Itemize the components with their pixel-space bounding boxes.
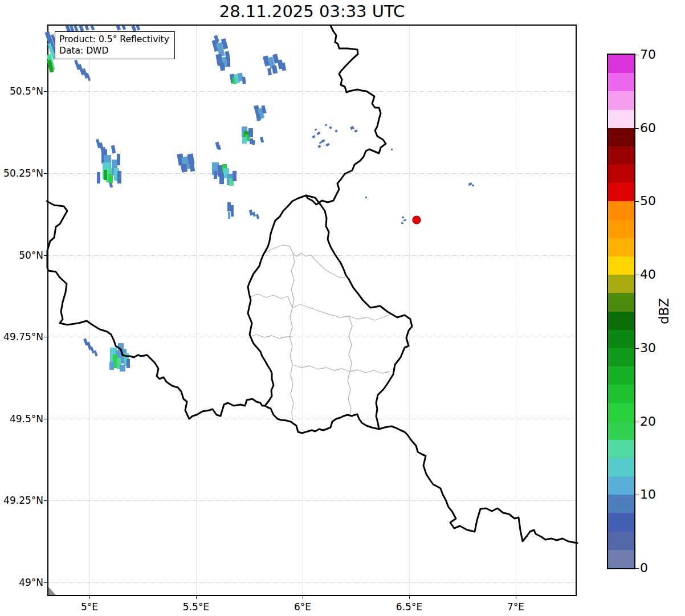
y-tick-label: 50°N: [0, 251, 43, 260]
canton-border-path: [292, 365, 389, 373]
colorbar-tick: [635, 201, 639, 202]
colorbar: [607, 54, 635, 569]
borders-overlay: [48, 26, 576, 595]
colorbar-band: [608, 312, 634, 331]
colorbar-band: [608, 73, 634, 92]
colorbar-tick: [635, 348, 639, 349]
y-tick: [44, 500, 47, 501]
colorbar-band: [608, 532, 634, 550]
colorbar-band: [608, 495, 634, 513]
x-tick-label: 5.5°E: [173, 602, 219, 612]
colorbar-band: [608, 476, 634, 495]
colorbar-band: [608, 440, 634, 459]
colorbar-band: [608, 513, 634, 532]
colorbar-band: [608, 293, 634, 312]
colorbar-band: [608, 201, 634, 220]
colorbar-band: [608, 165, 634, 183]
colorbar-band: [608, 330, 634, 349]
colorbar-band: [608, 110, 634, 129]
country-border-path: [379, 426, 577, 543]
colorbar-tick: [635, 422, 639, 422]
product-annotation-box: Product: 0.5° Reflectivity Data: DWD: [55, 31, 175, 59]
x-tick: [409, 596, 410, 599]
colorbar-band: [608, 366, 634, 385]
y-tick-label: 49.25°N: [0, 496, 43, 505]
x-tick-label: 5°E: [67, 602, 112, 612]
colorbar-band: [608, 458, 634, 477]
data-source-label: Data: DWD: [59, 45, 169, 56]
colorbar-band: [608, 91, 634, 110]
y-tick-label: 50.25°N: [0, 169, 43, 178]
x-tick: [89, 596, 90, 599]
y-tick: [44, 419, 47, 419]
colorbar-band: [608, 220, 634, 239]
colorbar-band: [608, 238, 634, 257]
radar-site-marker: [413, 216, 421, 224]
colorbar-tick: [635, 568, 639, 569]
colorbar-tick: [635, 55, 639, 55]
y-tick-label: 49.5°N: [0, 414, 43, 424]
canton-border-path: [348, 372, 351, 416]
y-tick-label: 49°N: [0, 578, 43, 588]
colorbar-band: [608, 128, 634, 147]
colorbar-band: [608, 146, 634, 165]
map-plot-area: Product: 0.5° Reflectivity Data: DWD: [47, 25, 577, 596]
radar-figure: 28.11.2025 03:33 UTC Product: 0.5° Refle…: [0, 0, 685, 616]
colorbar-tick-label: 40: [640, 268, 656, 281]
colorbar-band: [608, 183, 634, 202]
map-corner-artifact: [48, 587, 56, 595]
x-tick-label: 7°E: [493, 602, 539, 612]
country-border-path: [306, 26, 386, 205]
product-label: Product: 0.5° Reflectivity: [59, 34, 169, 45]
colorbar-tick-label: 60: [640, 122, 656, 134]
colorbar-tick: [635, 128, 639, 129]
colorbar-tick-label: 10: [640, 488, 656, 501]
colorbar-tick-label: 0: [640, 562, 648, 574]
colorbar-band: [608, 422, 634, 440]
canton-border-path: [291, 253, 295, 308]
colorbar-tick: [635, 275, 639, 275]
colorbar-tick-label: 20: [640, 415, 656, 428]
y-tick: [44, 582, 47, 583]
colorbar-band: [608, 275, 634, 293]
y-tick-label: 49.75°N: [0, 332, 43, 342]
colorbar-tick-label: 30: [640, 342, 656, 354]
x-tick: [516, 596, 516, 599]
x-tick-label: 6.5°E: [386, 602, 432, 612]
canton-border-path: [349, 316, 352, 372]
y-tick-label: 50.5°N: [0, 87, 43, 96]
colorbar-tick: [635, 495, 639, 495]
canton-border-path: [291, 365, 293, 420]
y-tick: [44, 337, 47, 337]
x-tick: [196, 596, 197, 599]
canton-border-path: [290, 308, 292, 365]
country-border-path: [47, 201, 265, 419]
y-tick: [44, 255, 47, 256]
colorbar-band: [608, 348, 634, 367]
canton-border-path: [248, 334, 292, 338]
colorbar-axis-label: dBZ: [657, 291, 671, 332]
colorbar-tick-label: 70: [640, 48, 656, 61]
x-tick: [303, 596, 303, 599]
colorbar-band: [608, 550, 634, 569]
colorbar-band: [608, 385, 634, 403]
y-tick: [44, 173, 47, 174]
colorbar-band: [608, 256, 634, 275]
colorbar-band: [608, 55, 634, 74]
figure-title: 28.11.2025 03:33 UTC: [48, 3, 576, 21]
y-tick: [44, 91, 47, 92]
colorbar-tick-label: 50: [640, 195, 656, 207]
x-tick-label: 6°E: [280, 602, 325, 612]
colorbar-band: [608, 403, 634, 422]
